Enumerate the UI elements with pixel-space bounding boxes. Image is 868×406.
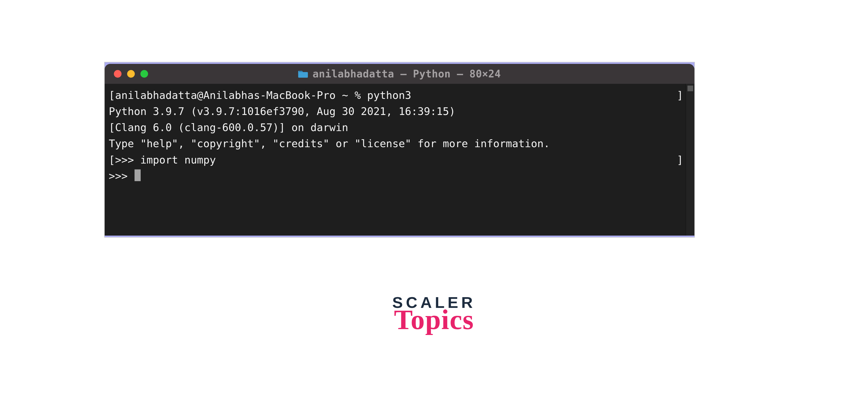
zoom-icon[interactable] bbox=[141, 70, 148, 78]
traffic-lights bbox=[114, 70, 148, 78]
brand-logo: SCALER Topics bbox=[0, 293, 868, 329]
terminal-prompt: >>> bbox=[109, 168, 683, 184]
terminal-line: Type "help", "copyright", "credits" or "… bbox=[109, 136, 683, 152]
folder-icon bbox=[298, 70, 308, 78]
bracket-icon: ] bbox=[677, 152, 683, 168]
titlebar[interactable]: anilabhadatta — Python — 80×24 bbox=[105, 64, 694, 84]
cursor-icon bbox=[134, 169, 141, 181]
terminal-line: Python 3.9.7 (v3.9.7:1016ef3790, Aug 30 … bbox=[109, 104, 683, 120]
window-title: anilabhadatta — Python — 80×24 bbox=[312, 68, 501, 80]
logo-line-2: Topics bbox=[0, 310, 868, 329]
scrollbar[interactable] bbox=[686, 84, 694, 236]
minimize-icon[interactable] bbox=[127, 70, 135, 78]
terminal-window: anilabhadatta — Python — 80×24 [anilabha… bbox=[105, 64, 694, 236]
scroll-grip-icon[interactable] bbox=[687, 85, 693, 91]
terminal-body: [anilabhadatta@Anilabhas-MacBook-Pro ~ %… bbox=[105, 84, 694, 236]
terminal-content[interactable]: [anilabhadatta@Anilabhas-MacBook-Pro ~ %… bbox=[105, 84, 686, 236]
terminal-line: [anilabhadatta@Anilabhas-MacBook-Pro ~ %… bbox=[109, 87, 411, 104]
terminal-window-frame: anilabhadatta — Python — 80×24 [anilabha… bbox=[104, 62, 695, 238]
terminal-line: [Clang 6.0 (clang-600.0.57)] on darwin bbox=[109, 120, 683, 136]
bracket-icon: ] bbox=[677, 87, 683, 104]
terminal-line: [>>> import numpy bbox=[109, 152, 216, 168]
close-icon[interactable] bbox=[114, 70, 122, 78]
